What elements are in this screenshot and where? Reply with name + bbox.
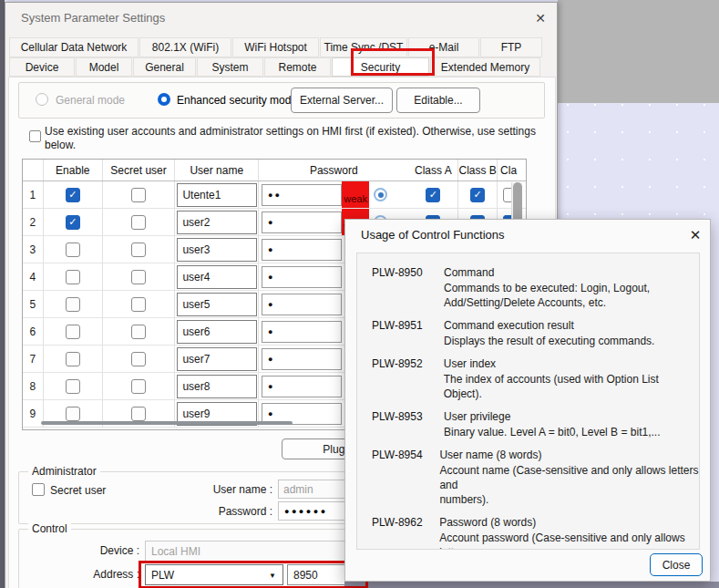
- class-a-checkbox[interactable]: ✓: [426, 188, 440, 202]
- enable-checkbox[interactable]: [66, 352, 80, 366]
- secret-user-checkbox[interactable]: [131, 352, 146, 366]
- password-field[interactable]: ●: [262, 266, 342, 288]
- header-password: Password: [259, 160, 408, 181]
- password-visibility-icon[interactable]: [374, 188, 387, 201]
- user-name-field[interactable]: user4: [177, 265, 257, 289]
- register-description-line: Account password (Case-sensitive and onl…: [439, 531, 699, 550]
- password-field[interactable]: ●: [262, 239, 342, 261]
- register-name: Command: [444, 266, 650, 279]
- password-field[interactable]: ●: [262, 321, 342, 343]
- tab-device[interactable]: Device: [9, 57, 75, 77]
- register-description-line: Binary value. Level A = bit0, Level B = …: [444, 425, 660, 439]
- user-name-field[interactable]: user3: [177, 238, 257, 262]
- password-field[interactable]: ●: [262, 211, 342, 233]
- tab-802-1x-wifi[interactable]: 802.1X (WiFi): [139, 37, 231, 57]
- close-icon[interactable]: ✕: [530, 8, 550, 28]
- secret-user-checkbox[interactable]: [131, 270, 146, 284]
- header-row-number: [23, 160, 44, 181]
- password-field[interactable]: ●●: [262, 184, 342, 206]
- register-description-line: numbers).: [439, 492, 699, 507]
- user-name-field[interactable]: user6: [177, 320, 257, 344]
- tab-time-sync-dst[interactable]: Time Sync./DST: [320, 37, 407, 57]
- use-existing-accounts-checkbox[interactable]: [29, 130, 41, 142]
- enable-checkbox[interactable]: [66, 407, 80, 421]
- secret-user-checkbox[interactable]: [131, 325, 146, 339]
- register-name: Command execution result: [444, 319, 654, 332]
- admin-secret-user-checkbox[interactable]: [32, 483, 45, 496]
- usage-entry: PLW-8951Command execution resultDisplays…: [372, 319, 699, 348]
- general-mode-label: General mode: [56, 94, 125, 107]
- secret-user-checkbox[interactable]: [131, 242, 146, 257]
- header-class-c-cut: Cla: [498, 160, 526, 181]
- class-b-checkbox[interactable]: ✓: [470, 188, 485, 202]
- password-field[interactable]: ●: [262, 376, 342, 397]
- password-field[interactable]: ●: [262, 294, 342, 315]
- tab-model[interactable]: Model: [76, 57, 132, 77]
- tab-security[interactable]: Security: [332, 57, 429, 77]
- usage-entry: PLW-8952User indexThe index of accounts …: [372, 357, 699, 401]
- row-number: 4: [23, 263, 44, 290]
- row-number: 2: [23, 209, 44, 235]
- usage-dialog-title: Usage of Control Functions: [361, 228, 505, 242]
- user-name-field[interactable]: Utente1: [177, 183, 257, 207]
- register-name: User name (8 words): [439, 449, 699, 461]
- user-name-field[interactable]: user7: [177, 347, 257, 371]
- secret-user-checkbox[interactable]: [131, 297, 146, 312]
- close-icon[interactable]: ✕: [684, 225, 706, 245]
- tab-extended-memory[interactable]: Extended Memory: [430, 57, 540, 77]
- enable-checkbox[interactable]: [66, 379, 80, 394]
- editable-button[interactable]: Editable...: [396, 88, 480, 113]
- enable-checkbox[interactable]: [66, 297, 80, 312]
- enable-checkbox[interactable]: ✓: [66, 215, 80, 230]
- editor-toolbar-area: [558, 0, 719, 103]
- admin-secret-user-label: Secret user: [50, 484, 106, 497]
- tab-cellular-data-network[interactable]: Cellular Data Network: [9, 37, 139, 57]
- enable-checkbox[interactable]: [66, 325, 80, 339]
- admin-password-label: Password :: [201, 505, 272, 518]
- enable-checkbox[interactable]: [66, 242, 80, 257]
- secret-user-checkbox[interactable]: [131, 215, 146, 230]
- tab-ftp[interactable]: FTP: [480, 37, 542, 57]
- tab-wifi-hotspot[interactable]: WiFi Hotspot: [232, 37, 319, 57]
- usage-entries-panel: PLW-8950CommandCommands to be executed: …: [356, 253, 700, 550]
- tab-system[interactable]: System: [197, 57, 263, 77]
- general-mode-radio[interactable]: [36, 93, 48, 106]
- tab-remote[interactable]: Remote: [264, 57, 331, 77]
- tab-general[interactable]: General: [133, 57, 196, 77]
- row-number: 5: [23, 291, 44, 317]
- user-name-field[interactable]: user5: [177, 293, 257, 316]
- enhanced-security-mode-radio[interactable]: [158, 93, 170, 106]
- row-number: 8: [23, 373, 44, 399]
- administrator-legend: Administrator: [28, 465, 100, 478]
- external-server-button[interactable]: External Server...: [291, 88, 393, 113]
- table-header-row: Enable Secret user User name Password Cl…: [23, 160, 526, 181]
- usage-entry: PLW-8954User name (8 words)Account name …: [372, 449, 699, 507]
- chevron-down-icon: ▼: [269, 572, 276, 580]
- register-code: PLW-8951: [372, 319, 428, 348]
- row-number: 7: [23, 346, 44, 372]
- register-description-line: The index of accounts (used with Option …: [444, 372, 699, 401]
- secret-user-checkbox[interactable]: [131, 188, 146, 202]
- user-name-field[interactable]: user2: [177, 211, 257, 234]
- secret-user-checkbox[interactable]: [131, 379, 146, 394]
- row-number: 3: [23, 236, 44, 263]
- header-secret-user: Secret user: [103, 160, 176, 181]
- register-name: User index: [444, 357, 699, 370]
- address-type-dropdown[interactable]: PLW ▼: [145, 564, 283, 585]
- table-horizontal-scrollbar[interactable]: [41, 421, 293, 425]
- usage-of-control-functions-dialog: Usage of Control Functions ✕ PLW-8950Com…: [344, 219, 711, 582]
- user-name-field[interactable]: user8: [177, 375, 257, 398]
- tab-email[interactable]: e-Mail: [408, 37, 479, 57]
- table-row: 1✓Utente1●●weak✓✓: [23, 181, 526, 209]
- header-user-name: User name: [175, 160, 259, 181]
- password-field[interactable]: ●: [262, 348, 342, 370]
- secret-user-checkbox[interactable]: [131, 407, 146, 421]
- enable-checkbox[interactable]: ✓: [66, 188, 80, 202]
- register-description-line: Displays the result of executing command…: [444, 334, 654, 348]
- use-existing-accounts-label: Use existing user accounts and administr…: [45, 125, 544, 152]
- enable-checkbox[interactable]: [66, 270, 80, 284]
- usage-entry: PLW-8950CommandCommands to be executed: …: [372, 266, 699, 310]
- close-button[interactable]: Close: [650, 553, 703, 576]
- password-strength-badge: weak: [342, 181, 369, 208]
- control-legend: Control: [28, 522, 71, 535]
